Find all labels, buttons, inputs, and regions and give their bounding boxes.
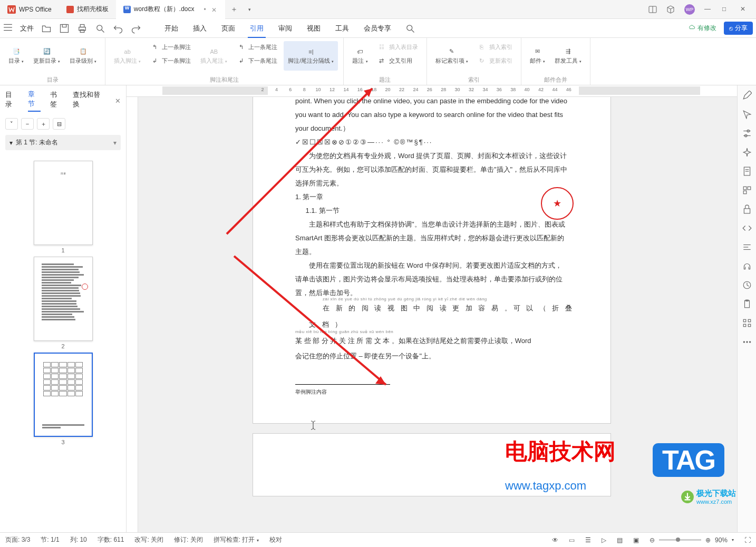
file-menu[interactable]: 文件: [20, 24, 34, 33]
app-brand-tab[interactable]: WPS Office: [0, 0, 59, 19]
page-thumbnail[interactable]: [34, 257, 93, 341]
ribbon-题注[interactable]: 🏷题注 ▾: [349, 41, 371, 71]
components-icon[interactable]: [742, 185, 752, 195]
status-revise[interactable]: 修订: 关闭: [174, 535, 203, 544]
menu-tab-会员专享[interactable]: 会员专享: [356, 19, 399, 38]
zoom-out-icon[interactable]: ⊖: [650, 536, 655, 544]
zoom-dropdown-icon[interactable]: ▾: [732, 538, 734, 542]
menu-tab-开始[interactable]: 开始: [157, 19, 186, 38]
view-layout-icon[interactable]: ▭: [569, 536, 575, 544]
more-options-icon[interactable]: [742, 337, 752, 347]
ribbon-插入脚注: ab插入脚注 ▾: [111, 41, 144, 71]
window-close-icon[interactable]: ✕: [740, 5, 749, 14]
lock-icon[interactable]: [742, 204, 752, 214]
ribbon-插入尾注: AB插入尾注 ▾: [197, 41, 230, 71]
template-tab[interactable]: 找稻壳模板: [59, 0, 116, 19]
nav-tab-目录[interactable]: 目录: [5, 90, 18, 111]
status-column[interactable]: 列: 10: [70, 535, 87, 544]
new-tab-button[interactable]: ＋: [225, 5, 243, 14]
settings-sliders-icon[interactable]: [742, 129, 752, 138]
window-minimize-icon[interactable]: —: [704, 5, 713, 14]
text-align-icon[interactable]: [742, 242, 752, 252]
window-maximize-icon[interactable]: □: [722, 5, 731, 14]
vertical-ruler: [127, 97, 138, 532]
ribbon-群发工具[interactable]: ⇶群发工具 ▾: [551, 41, 585, 71]
view-outline-icon[interactable]: ☰: [585, 536, 591, 544]
zoom-value[interactable]: 90%: [715, 536, 728, 544]
ribbon-icon: ↲: [237, 56, 245, 65]
ribbon-邮件[interactable]: ✉邮件 ▾: [527, 41, 548, 71]
grid-view-icon[interactable]: [742, 318, 752, 328]
ribbon-目录级别[interactable]: 📋目录级别 ▾: [66, 41, 100, 71]
share-button[interactable]: ⎋ 分享: [724, 22, 753, 35]
view-eye-icon[interactable]: 👁: [552, 536, 558, 544]
redo-icon[interactable]: [131, 23, 141, 34]
status-spell[interactable]: 拼写检查: 打开 ▾: [214, 535, 259, 544]
menu-tab-引用[interactable]: 引用: [243, 19, 271, 38]
cursor-select-icon[interactable]: [742, 110, 752, 119]
merge-button[interactable]: ⊟: [53, 118, 65, 130]
ribbon-目录[interactable]: 📑目录 ▾: [5, 41, 27, 71]
view-web-icon[interactable]: ▣: [633, 536, 639, 544]
remove-button[interactable]: −: [21, 118, 34, 130]
ribbon-下一条尾注[interactable]: ↲下一条尾注: [234, 55, 280, 66]
ribbon-下一条脚注[interactable]: ↲下一条脚注: [147, 55, 194, 66]
layout-icon[interactable]: [648, 5, 657, 14]
zoom-in-icon[interactable]: ⊕: [705, 536, 711, 544]
clipboard-icon[interactable]: [742, 299, 752, 309]
zoom-slider[interactable]: [659, 539, 701, 541]
pencil-icon[interactable]: [742, 91, 752, 100]
view-play-icon[interactable]: ▷: [602, 536, 606, 544]
document-page[interactable]: point. When you click the online video, …: [253, 97, 611, 424]
status-section[interactable]: 节: 1/1: [41, 535, 59, 544]
nav-tab-章节[interactable]: 章节: [28, 90, 41, 112]
save-icon[interactable]: [59, 23, 70, 34]
ribbon-icon: ↻: [478, 56, 486, 65]
user-avatar[interactable]: WP: [684, 4, 695, 15]
document-tab[interactable]: W word教程（新）.docx • ✕: [116, 0, 225, 19]
document-outline-icon[interactable]: [742, 167, 752, 176]
fullscreen-icon[interactable]: ⛶: [744, 536, 751, 544]
open-icon[interactable]: [41, 23, 52, 34]
print-preview-icon[interactable]: [95, 23, 105, 34]
panel-close-icon[interactable]: ✕: [115, 97, 121, 105]
ribbon-更新目录[interactable]: 🔄更新目录 ▾: [30, 41, 63, 71]
menu-tab-插入[interactable]: 插入: [186, 19, 214, 38]
tab-close-icon[interactable]: ✕: [211, 6, 218, 13]
nav-tab-查找和替换[interactable]: 查找和替换: [73, 90, 105, 111]
add-button[interactable]: ＋: [37, 118, 50, 130]
ribbon-上一条尾注[interactable]: ↰上一条尾注: [234, 41, 280, 53]
menu-tab-工具[interactable]: 工具: [328, 19, 356, 38]
word-doc-icon: W: [123, 6, 131, 13]
ribbon-标记索引项[interactable]: ✎标记索引项 ▾: [432, 41, 471, 71]
ribbon-交叉引用[interactable]: ⇄交叉引用: [374, 55, 421, 66]
headset-icon[interactable]: [742, 261, 752, 271]
ribbon-icon: ✎: [448, 47, 456, 56]
sync-status[interactable]: 有修改: [685, 23, 720, 34]
ribbon-上一条脚注[interactable]: ↰上一条脚注: [147, 41, 194, 53]
nav-tab-书签[interactable]: 书签: [50, 90, 63, 111]
menu-tab-页面[interactable]: 页面: [214, 19, 243, 38]
view-print-icon[interactable]: ▤: [617, 536, 623, 544]
section-selector[interactable]: ▾ 第 1 节: 未命名 ▾: [5, 135, 121, 150]
print-icon[interactable]: [77, 23, 88, 34]
menu-tab-视图[interactable]: 视图: [299, 19, 328, 38]
cube-icon[interactable]: [666, 5, 675, 14]
page-thumbnail[interactable]: 目录: [34, 161, 93, 245]
new-tab-dropdown-icon[interactable]: ▾: [243, 7, 256, 12]
menu-tab-审阅[interactable]: 审阅: [271, 19, 299, 38]
sparkle-icon[interactable]: [742, 148, 752, 157]
status-words[interactable]: 字数: 611: [98, 535, 124, 544]
search-icon[interactable]: [405, 23, 415, 34]
ribbon-脚注/尾注分隔线[interactable]: ≡|脚注/尾注分隔线 ▾: [284, 41, 338, 71]
svg-rect-9: [80, 24, 84, 27]
status-page[interactable]: 页面: 3/3: [5, 535, 30, 544]
code-icon[interactable]: [742, 223, 752, 233]
hamburger-icon[interactable]: [3, 23, 13, 34]
page-thumbnail[interactable]: [34, 353, 93, 437]
history-icon[interactable]: [742, 280, 752, 290]
status-proof[interactable]: 校对: [269, 535, 282, 544]
status-overwrite[interactable]: 改写: 关闭: [134, 535, 163, 544]
collapse-button[interactable]: ˅: [5, 118, 18, 130]
undo-icon[interactable]: [113, 23, 123, 34]
